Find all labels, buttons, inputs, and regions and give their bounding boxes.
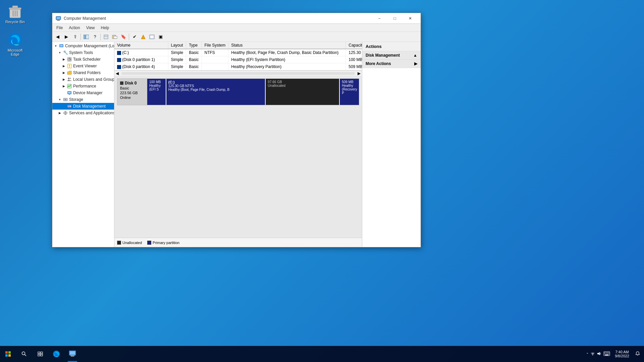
volume-icon[interactable] [597,352,601,357]
svg-point-26 [68,78,70,79]
svg-rect-52 [38,354,40,356]
svg-rect-68 [608,354,609,354]
scroll-track[interactable] [121,72,355,75]
col-type[interactable]: Type [186,42,202,49]
svg-rect-19 [60,45,63,47]
legend-primary-label: Primary partition [153,241,179,245]
svg-point-27 [70,78,71,79]
svg-rect-50 [38,352,40,354]
table-row[interactable]: (Disk 0 partition 4) Simple Basic Health… [114,63,362,70]
maximize-button[interactable]: □ [387,13,402,24]
vol-cap-p4: 509 MB [346,63,362,70]
toolbar-btn-7[interactable] [139,33,147,41]
start-button[interactable] [0,346,16,362]
system-tools-label: System Tools [69,50,93,55]
up-button[interactable]: ⇧ [71,33,79,41]
svg-rect-58 [592,355,593,355]
svg-rect-57 [70,355,75,356]
disk-0-name: Disk 0 [125,81,137,85]
tree-device-manager[interactable]: Device Manager [52,89,114,96]
disk-mgmt-section-header[interactable]: Disk Management ▲ [362,51,421,60]
col-capacity[interactable]: Capacity [346,42,362,49]
tree-root[interactable]: ▾ Computer Management (Local) [52,43,114,49]
search-button[interactable] [16,346,32,362]
menu-action[interactable]: Action [66,25,83,31]
chevron-up-icon[interactable]: ⌃ [586,352,589,356]
table-scrollbar[interactable]: ◀ ▶ [114,70,362,76]
disk-0-label: Disk 0 Basic 223.56 GB Online [117,78,147,105]
taskbar-edge[interactable] [48,346,64,362]
network-icon[interactable] [590,352,595,357]
clock-time: 7:40 AM [615,350,629,354]
toolbar-separator-1 [80,34,81,40]
shared-folders-label: Shared Folders [73,70,101,75]
table-row[interactable]: (C:) Simple Basic NTFS Healthy (Boot, Pa… [114,49,362,56]
shared-expand: ▶ [62,71,66,75]
scroll-left-arrow[interactable]: ◀ [114,71,120,76]
keyboard-icon[interactable] [603,351,610,357]
forward-button[interactable]: ▶ [62,33,70,41]
actions-panel: Actions Disk Management ▲ More Actions ▶ [362,42,421,247]
help-tb-button[interactable]: ? [91,33,99,41]
svg-rect-64 [608,352,609,353]
svg-rect-61 [604,352,605,353]
vol-layout-c: Simple [168,49,186,56]
partition-unallocated[interactable]: 97.66 GB Unallocated [266,79,340,105]
tree-local-users[interactable]: ▶ Local Users and Groups [52,76,114,83]
toolbar-btn-4[interactable] [111,33,119,41]
partition-efi[interactable]: 100 MB Healthy (EFI S [147,79,166,105]
services-label: Services and Applications [69,111,114,115]
minimize-button[interactable]: − [372,13,387,24]
col-filesystem[interactable]: File System [202,42,228,49]
more-actions-header[interactable]: More Actions ▶ [362,60,421,68]
show-hide-button[interactable] [82,33,90,41]
svg-rect-30 [68,92,71,94]
partition-recovery[interactable]: 509 MB Healthy (Recovery P [340,79,359,105]
svg-rect-31 [69,94,70,95]
svg-rect-63 [607,352,608,353]
disk-mgmt-expand-icon: ▲ [413,53,417,58]
menu-view[interactable]: View [84,25,98,31]
vol-name-c: (C:) [114,49,168,56]
vol-layout-p1: Simple [168,56,186,63]
col-volume[interactable]: Volume [114,42,168,49]
toolbar-btn-5[interactable]: 🔖 [119,33,127,41]
close-button[interactable]: ✕ [402,13,418,24]
tree-event-viewer[interactable]: ▶ ! Event Viewer [52,63,114,69]
menu-file[interactable]: File [54,25,65,31]
partition-c[interactable]: (C:) 125.30 GB NTFS Healthy (Boot, Page … [166,79,266,105]
tree-shared-folders[interactable]: ▶ Shared Folders [52,69,114,76]
tree-system-tools[interactable]: ▾ 🔧 System Tools [52,49,114,56]
taskbar: ⌃ 7:40 AM 9/8/2022 [0,346,644,362]
edge-icon-desktop[interactable]: Microsoft Edge [2,30,29,58]
recycle-bin-icon[interactable]: Recycle Bin [2,2,29,25]
menu-help[interactable]: Help [98,25,112,31]
taskbar-computer-mgmt[interactable] [64,346,80,362]
tree-storage[interactable]: ▾ Storage [52,96,114,103]
toolbar-btn-9[interactable]: ▣ [157,33,165,41]
legend-primary-box [147,241,151,245]
toolbar-btn-3[interactable] [102,33,110,41]
svg-rect-7 [57,17,60,19]
tree-performance[interactable]: ▶ Performance [52,83,114,89]
disk-row-0: Disk 0 Basic 223.56 GB Online 100 MB Hea… [117,78,359,105]
tree-services[interactable]: ▶ Services and Applications [52,110,114,116]
task-view-button[interactable] [32,346,48,362]
disk-table-scroll[interactable]: Volume Layout Type File System Status Ca… [114,42,362,70]
scroll-right-arrow[interactable]: ▶ [356,71,362,76]
notification-icon[interactable] [634,351,641,357]
vol-fs-p4 [202,63,228,70]
toolbar-btn-6[interactable]: ✔ [130,33,139,41]
svg-rect-45 [8,351,11,354]
toolbar: ◀ ▶ ⇧ ? 🔖 ✔ ▣ [52,32,421,42]
systray: ⌃ [586,352,601,357]
toolbar-btn-8[interactable] [148,33,156,41]
tree-disk-management[interactable]: Disk Management [52,103,114,110]
tree-task-scheduler[interactable]: ▶ Task Scheduler [52,56,114,63]
table-row[interactable]: (Disk 0 partition 1) Simple Basic Health… [114,56,362,63]
edge-image [7,32,23,48]
taskbar-clock[interactable]: 7:40 AM 9/8/2022 [612,350,632,358]
back-button[interactable]: ◀ [54,33,62,41]
col-layout[interactable]: Layout [168,42,186,49]
col-status[interactable]: Status [228,42,346,49]
